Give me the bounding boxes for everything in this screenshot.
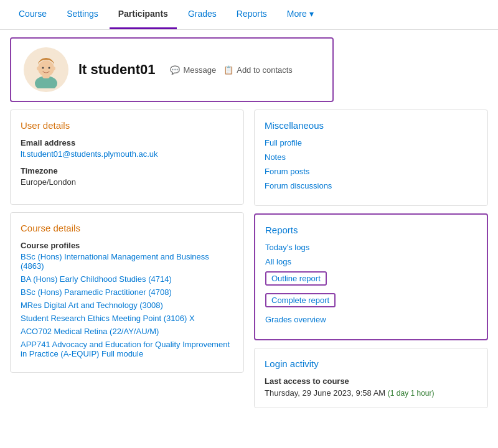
svg-point-4 bbox=[37, 67, 40, 70]
last-access-value: Thursday, 29 June 2023, 9:58 AM (1 day 1… bbox=[265, 388, 477, 398]
add-contacts-button[interactable]: 📋 Add to contacts bbox=[223, 65, 293, 75]
contact-icon: 📋 bbox=[223, 65, 233, 75]
course-link-4[interactable]: Student Research Ethics Meeting Point (3… bbox=[21, 314, 233, 323]
left-column: User details Email address lt.student01@… bbox=[10, 110, 249, 408]
reports-card: Reports Today's logs All logs Outline re… bbox=[254, 213, 488, 340]
top-nav: Course Settings Participants Grades Repo… bbox=[0, 0, 498, 30]
user-details-card: User details Email address lt.student01@… bbox=[10, 110, 244, 205]
chevron-down-icon: ▾ bbox=[309, 9, 314, 19]
report-link-1[interactable]: All logs bbox=[265, 257, 477, 266]
svg-point-3 bbox=[38, 60, 54, 77]
nav-course[interactable]: Course bbox=[10, 0, 55, 29]
svg-point-6 bbox=[42, 67, 44, 69]
report-complete-link[interactable]: Complete report bbox=[265, 293, 336, 307]
login-activity-title: Login activity bbox=[265, 358, 477, 369]
misc-link-3[interactable]: Forum discussions bbox=[265, 181, 477, 190]
report-outline-link[interactable]: Outline report bbox=[265, 271, 327, 286]
course-details-card: Course details Course profiles BSc (Hons… bbox=[10, 212, 244, 373]
miscellaneous-card: Miscellaneous Full profile Notes Forum p… bbox=[254, 110, 488, 206]
misc-link-1[interactable]: Notes bbox=[265, 152, 477, 162]
reports-title: Reports bbox=[265, 225, 477, 235]
svg-point-7 bbox=[49, 67, 50, 69]
misc-link-0[interactable]: Full profile bbox=[265, 138, 477, 147]
report-link-4[interactable]: Grades overview bbox=[265, 315, 477, 324]
message-button[interactable]: 💬 Message bbox=[170, 65, 216, 75]
course-link-5[interactable]: ACO702 Medical Retina (22/AY/AU/M) bbox=[21, 327, 233, 336]
course-link-2[interactable]: BSc (Hons) Paramedic Practitioner (4708) bbox=[21, 287, 233, 297]
message-icon: 💬 bbox=[170, 65, 180, 75]
misc-link-2[interactable]: Forum posts bbox=[265, 167, 477, 176]
course-link-6[interactable]: APP741 Advocacy and Education for Qualit… bbox=[21, 340, 233, 358]
nav-more[interactable]: More ▾ bbox=[278, 0, 322, 29]
timezone-value: Europe/London bbox=[21, 177, 233, 187]
report-link-0[interactable]: Today's logs bbox=[265, 243, 477, 252]
user-details-title: User details bbox=[21, 120, 233, 131]
course-link-1[interactable]: BA (Hons) Early Childhood Studies (4714) bbox=[21, 274, 233, 284]
email-link[interactable]: lt.student01@students.plymouth.ac.uk bbox=[21, 149, 158, 159]
email-label: Email address bbox=[21, 138, 233, 147]
course-link-0[interactable]: BSc (Hons) International Management and … bbox=[21, 252, 233, 271]
last-access-note: (1 day 1 hour) bbox=[388, 389, 435, 398]
email-value: lt.student01@students.plymouth.ac.uk bbox=[21, 149, 233, 159]
course-profiles-label: Course profiles bbox=[21, 241, 233, 250]
misc-title: Miscellaneous bbox=[265, 120, 477, 131]
main-content: User details Email address lt.student01@… bbox=[0, 110, 498, 418]
last-access-label: Last access to course bbox=[265, 376, 477, 386]
profile-info: lt student01 💬 Message 📋 Add to contacts bbox=[78, 62, 293, 78]
svg-point-5 bbox=[52, 67, 55, 70]
course-details-title: Course details bbox=[21, 223, 233, 233]
login-activity-card: Login activity Last access to course Thu… bbox=[254, 348, 488, 408]
nav-participants[interactable]: Participants bbox=[110, 0, 177, 29]
avatar bbox=[24, 47, 68, 92]
profile-header: lt student01 💬 Message 📋 Add to contacts bbox=[10, 37, 334, 102]
profile-name: lt student01 bbox=[78, 62, 155, 78]
course-link-3[interactable]: MRes Digital Art and Technology (3008) bbox=[21, 301, 233, 310]
nav-settings[interactable]: Settings bbox=[58, 0, 107, 29]
right-column: Miscellaneous Full profile Notes Forum p… bbox=[249, 110, 488, 408]
timezone-label: Timezone bbox=[21, 166, 233, 175]
nav-reports[interactable]: Reports bbox=[228, 0, 276, 29]
nav-grades[interactable]: Grades bbox=[179, 0, 225, 29]
